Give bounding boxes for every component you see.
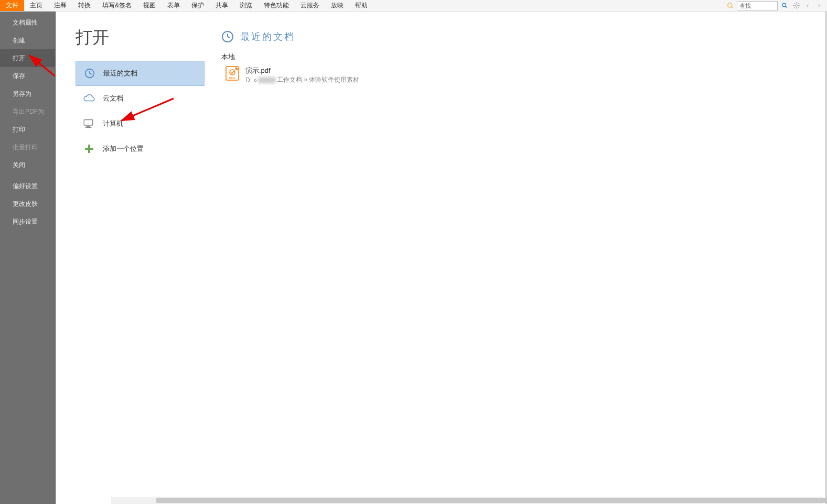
settings-gear-icon[interactable] (791, 1, 801, 10)
page-title: 打开 (76, 26, 205, 49)
clock-icon (83, 67, 96, 80)
tab-browse[interactable]: 浏览 (234, 0, 258, 11)
svg-text:PDF: PDF (229, 76, 235, 80)
file-path: D: » 工作文档 » 体验软件使用素材 (245, 75, 359, 84)
sidebar-item-properties[interactable]: 文档属性 (0, 14, 55, 31)
svg-point-4 (795, 5, 797, 6)
sidebar-item-sync[interactable]: 同步设置 (0, 213, 55, 231)
horizontal-scrollbar[interactable] (111, 497, 823, 504)
sidebar-item-save[interactable]: 保存 (0, 67, 55, 85)
svg-rect-6 (84, 120, 93, 126)
svg-line-1 (732, 6, 733, 8)
tab-help[interactable]: 帮助 (349, 0, 373, 11)
pdf-file-icon: PDF (225, 66, 239, 81)
search-input[interactable] (737, 1, 778, 10)
recent-title: 最近的文档 (240, 30, 295, 43)
tab-share[interactable]: 共享 (210, 0, 234, 11)
sidebar-item-saveas[interactable]: 另存为 (0, 85, 55, 103)
sidebar-item-skin[interactable]: 更改皮肤 (0, 195, 55, 213)
tab-home[interactable]: 主页 (24, 0, 48, 11)
tab-fill-sign[interactable]: 填写&签名 (96, 0, 137, 11)
location-label: 计算机 (103, 119, 123, 128)
sidebar-item-open[interactable]: 打开 (0, 49, 55, 67)
sidebar-item-batch-print: 批量打印 (0, 138, 55, 156)
svg-point-0 (728, 3, 732, 7)
sidebar-item-preferences[interactable]: 偏好设置 (0, 177, 55, 195)
location-computer[interactable]: 计算机 (76, 111, 205, 136)
tab-protect[interactable]: 保护 (186, 0, 210, 11)
svg-point-2 (782, 3, 786, 7)
recent-section-label: 本地 (221, 52, 825, 62)
tab-cloud[interactable]: 云服务 (295, 0, 325, 11)
recent-header: 最近的文档 (221, 30, 825, 43)
sidebar-item-export-pdf: 导出PDF为 (0, 103, 55, 120)
top-menu-bar: 文件 主页 注释 转换 填写&签名 视图 表单 保护 共享 浏览 特色功能 云服… (0, 0, 827, 12)
plus-icon (83, 143, 95, 155)
sidebar-item-print[interactable]: 打印 (0, 120, 55, 138)
svg-rect-10 (85, 148, 93, 150)
clock-icon (221, 30, 234, 43)
sidebar-item-close[interactable]: 关闭 (0, 156, 55, 174)
nav-next-icon[interactable] (814, 1, 824, 10)
svg-line-3 (785, 6, 787, 8)
search-button[interactable] (780, 1, 789, 10)
file-name: 演示.pdf (245, 66, 359, 75)
cloud-icon (83, 92, 95, 105)
open-panel: 打开 最近的文档 云文档 (56, 12, 827, 504)
location-add[interactable]: 添加一个位置 (76, 136, 205, 161)
search-zoom-icon[interactable] (726, 2, 735, 10)
file-sidebar: 文档属性 创建 打开 保存 另存为 导出PDF为 打印 批量打印 关闭 偏好设置… (0, 12, 56, 504)
location-recent[interactable]: 最近的文档 (76, 61, 205, 86)
svg-rect-7 (87, 126, 90, 127)
scrollbar-thumb[interactable] (156, 498, 827, 503)
tab-present[interactable]: 放映 (325, 0, 349, 11)
tab-file[interactable]: 文件 (0, 0, 24, 11)
blurred-segment (258, 77, 276, 83)
location-cloud[interactable]: 云文档 (76, 86, 205, 111)
tab-convert[interactable]: 转换 (72, 0, 96, 11)
tab-features[interactable]: 特色功能 (258, 0, 295, 11)
location-label: 添加一个位置 (103, 144, 144, 154)
location-label: 最近的文档 (103, 69, 137, 78)
tab-annotate[interactable]: 注释 (48, 0, 72, 11)
tab-view[interactable]: 视图 (137, 0, 162, 11)
sidebar-item-create[interactable]: 创建 (0, 31, 55, 49)
tab-form[interactable]: 表单 (162, 0, 186, 11)
recent-file-row[interactable]: PDF 演示.pdf D: » 工作文档 » 体验软件使用素材 (221, 65, 825, 85)
location-label: 云文档 (103, 94, 123, 103)
nav-prev-icon[interactable] (803, 1, 812, 10)
computer-icon (83, 117, 95, 130)
